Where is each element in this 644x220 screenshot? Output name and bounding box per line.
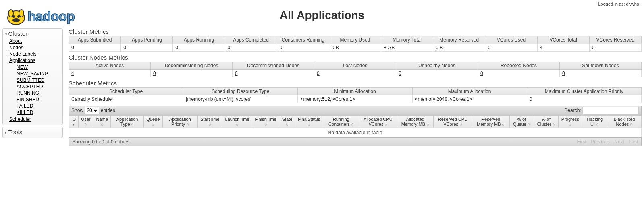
svg-point-1 bbox=[8, 10, 13, 17]
sidebar-appstate-failed[interactable]: FAILED bbox=[17, 103, 33, 109]
apps-col-3[interactable]: Application Type bbox=[111, 116, 144, 128]
sm-header-4: Maximum Cluster Application Priority bbox=[527, 88, 641, 95]
nm-value-6[interactable]: 0 bbox=[560, 70, 642, 77]
table-info: Showing 0 to 0 of 0 entries bbox=[72, 139, 129, 145]
cluster-nodes-metrics-table: Active NodesDecommissioning NodesDecommi… bbox=[69, 62, 642, 77]
apps-col-15[interactable]: Reserved Memory MB bbox=[472, 116, 509, 128]
svg-point-2 bbox=[19, 10, 24, 17]
apps-col-14[interactable]: Reserved CPU VCores bbox=[434, 116, 472, 128]
cm-value-5: 0 B bbox=[329, 44, 381, 52]
nm-header-4: Unhealthy Nodes bbox=[396, 62, 478, 70]
cluster-metrics-title: Cluster Metrics bbox=[69, 28, 642, 35]
nm-header-5: Rebooted Nodes bbox=[478, 62, 560, 70]
sidebar-cluster-title[interactable]: Cluster bbox=[5, 30, 60, 37]
svg-point-3 bbox=[12, 15, 15, 18]
nm-header-3: Lost Nodes bbox=[314, 62, 396, 70]
sidebar-tools-title[interactable]: Tools bbox=[5, 129, 60, 135]
pager-prev[interactable]: Previous bbox=[591, 139, 610, 145]
cm-header-6: Memory Total bbox=[381, 36, 433, 44]
entries-label-pre: Show bbox=[71, 108, 83, 113]
sidebar-appstate-new[interactable]: NEW bbox=[17, 64, 28, 70]
cm-value-2: 0 bbox=[173, 44, 225, 52]
entries-label-post: entries bbox=[101, 108, 115, 113]
cluster-metrics-table: Apps SubmittedApps PendingApps RunningAp… bbox=[69, 36, 642, 52]
sm-value-4: 0 bbox=[527, 95, 641, 103]
apps-col-8[interactable]: FinishTime bbox=[252, 116, 279, 128]
sm-value-2: <memory:512, vCores:1> bbox=[298, 95, 412, 103]
nm-header-6: Shutdown Nodes bbox=[560, 62, 642, 70]
sidebar-item-about[interactable]: About bbox=[9, 38, 22, 44]
cm-header-1: Apps Pending bbox=[121, 36, 173, 44]
sidebar-cluster[interactable]: Cluster About Nodes Node Labels Applicat… bbox=[2, 28, 63, 125]
apps-col-19[interactable]: Tracking UI bbox=[582, 116, 607, 128]
hadoop-logo: hadoop bbox=[4, 3, 101, 29]
apps-col-1[interactable]: User bbox=[78, 116, 93, 128]
sidebar-appstate-finished[interactable]: FINISHED bbox=[17, 97, 39, 102]
cm-value-1: 0 bbox=[121, 44, 173, 52]
sm-value-0: Capacity Scheduler bbox=[69, 95, 183, 103]
sidebar-item-node-labels[interactable]: Node Labels bbox=[9, 51, 36, 57]
search-input[interactable] bbox=[582, 107, 639, 114]
nm-value-1[interactable]: 0 bbox=[151, 70, 233, 77]
scheduler-metrics-title: Scheduler Metrics bbox=[69, 80, 642, 87]
sm-value-3: <memory:2048, vCores:1> bbox=[412, 95, 527, 103]
cm-value-6: 8 GB bbox=[381, 44, 433, 52]
sidebar-appstate-new-saving[interactable]: NEW_SAVING bbox=[17, 71, 48, 77]
applications-empty: No data available in table bbox=[69, 128, 642, 137]
sidebar-appstate-running[interactable]: RUNNING bbox=[17, 90, 39, 96]
pager-last[interactable]: Last bbox=[629, 139, 638, 145]
apps-col-2[interactable]: Name bbox=[93, 116, 111, 128]
search-label: Search: bbox=[564, 108, 581, 113]
cm-header-7: Memory Reserved bbox=[433, 36, 485, 44]
sidebar-item-nodes[interactable]: Nodes bbox=[9, 45, 23, 50]
cm-value-10: 0 bbox=[589, 44, 641, 52]
sm-header-2: Minimum Allocation bbox=[298, 88, 412, 95]
nm-value-2[interactable]: 0 bbox=[233, 70, 314, 77]
pager-first[interactable]: First bbox=[577, 139, 586, 145]
sidebar-appstate-submitted[interactable]: SUBMITTED bbox=[17, 77, 44, 83]
cm-value-7: 0 B bbox=[433, 44, 485, 52]
apps-col-9[interactable]: State bbox=[279, 116, 295, 128]
nm-value-0[interactable]: 4 bbox=[69, 70, 151, 77]
apps-col-5[interactable]: Application Priority bbox=[162, 116, 197, 128]
cm-header-2: Apps Running bbox=[173, 36, 225, 44]
apps-col-20[interactable]: Blacklisted Nodes bbox=[607, 116, 642, 128]
apps-col-18[interactable]: Progress bbox=[559, 116, 582, 128]
sm-value-1: [memory-mb (unit=Mi), vcores] bbox=[183, 95, 298, 103]
svg-text:hadoop: hadoop bbox=[27, 8, 75, 24]
pager-next[interactable]: Next bbox=[614, 139, 624, 145]
sm-header-3: Maximum Allocation bbox=[412, 88, 527, 95]
nm-header-1: Decommissioning Nodes bbox=[151, 62, 233, 70]
apps-col-16[interactable]: % of Queue bbox=[509, 116, 534, 128]
login-status: Logged in as: dr.who bbox=[598, 2, 639, 6]
sidebar-tools[interactable]: Tools bbox=[2, 127, 63, 138]
cm-header-10: VCores Reserved bbox=[589, 36, 641, 44]
apps-col-13[interactable]: Allocated Memory MB bbox=[397, 116, 433, 128]
cluster-nodes-metrics-title: Cluster Nodes Metrics bbox=[69, 54, 642, 61]
sidebar-item-scheduler[interactable]: Scheduler bbox=[9, 116, 31, 122]
entries-select[interactable]: 20 bbox=[85, 107, 99, 114]
nm-value-5[interactable]: 0 bbox=[478, 70, 560, 77]
nm-value-3[interactable]: 0 bbox=[314, 70, 396, 77]
cm-header-9: VCores Total bbox=[537, 36, 589, 44]
sidebar-item-applications[interactable]: Applications bbox=[9, 58, 35, 63]
sm-header-0: Scheduler Type bbox=[69, 88, 183, 95]
apps-col-17[interactable]: % of Cluster bbox=[534, 116, 559, 128]
sm-header-1: Scheduling Resource Type bbox=[183, 88, 298, 95]
apps-col-6[interactable]: StartTime bbox=[197, 116, 222, 128]
cm-value-8: 0 bbox=[485, 44, 537, 52]
sidebar-appstate-accepted[interactable]: ACCEPTED bbox=[17, 84, 43, 89]
apps-col-4[interactable]: Queue bbox=[143, 116, 162, 128]
sidebar-appstate-killed[interactable]: KILLED bbox=[17, 110, 33, 115]
apps-col-12[interactable]: Allocated CPU VCores bbox=[359, 116, 397, 128]
cm-header-3: Apps Completed bbox=[225, 36, 277, 44]
nm-value-4[interactable]: 0 bbox=[396, 70, 478, 77]
svg-point-5 bbox=[12, 18, 20, 22]
apps-col-11[interactable]: Running Containers bbox=[323, 116, 359, 128]
apps-col-0[interactable]: ID bbox=[69, 116, 79, 128]
nm-header-0: Active Nodes bbox=[69, 62, 151, 70]
cm-value-3: 0 bbox=[225, 44, 277, 52]
apps-col-10[interactable]: FinalStatus bbox=[295, 116, 323, 128]
apps-col-7[interactable]: LaunchTime bbox=[222, 116, 252, 128]
scheduler-metrics-table: Scheduler TypeScheduling Resource TypeMi… bbox=[69, 87, 642, 103]
